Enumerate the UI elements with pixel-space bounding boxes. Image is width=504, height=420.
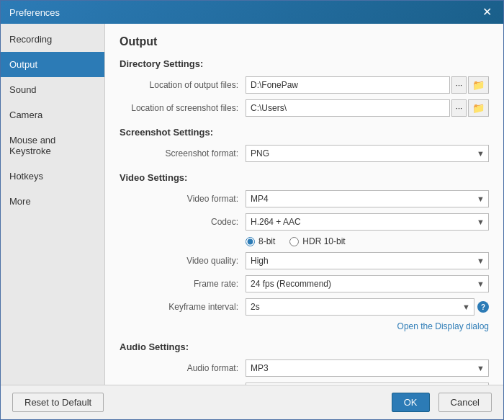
display-dialog-link[interactable]: Open the Display dialog — [397, 321, 489, 331]
screenshot-format-select-wrapper: PNG JPG BMP ▼ — [246, 145, 489, 162]
output-files-folder-button[interactable]: 📁 — [468, 76, 489, 94]
sidebar-item-mouse-keystroke[interactable]: Mouse and Keystroke — [1, 128, 104, 164]
screenshot-format-label: Screenshot format: — [120, 148, 246, 158]
framerate-label: Frame rate: — [120, 279, 246, 289]
title-bar: Preferences ✕ — [1, 1, 503, 24]
bit10-radio[interactable] — [289, 237, 299, 246]
codec-select[interactable]: H.264 + AAC H.265 + AAC — [246, 213, 489, 231]
audio-format-select-wrapper: MP3 AAC FLAC OGG WAV ▼ — [246, 359, 489, 377]
audio-codec-select-wrapper: MP3 AAC ▼ — [246, 383, 489, 385]
video-quality-row: Video quality: High Medium Low ▼ — [120, 252, 489, 269]
audio-codec-select[interactable]: MP3 AAC — [246, 383, 489, 385]
audio-format-row: Audio format: MP3 AAC FLAC OGG WAV ▼ — [120, 359, 489, 377]
page-title: Output — [120, 35, 489, 48]
video-format-select-wrapper: MP4 MOV AVI FLV TS GIF ▼ — [246, 190, 489, 207]
output-files-input[interactable] — [246, 76, 450, 94]
bit8-label: 8-bit — [258, 236, 275, 246]
right-buttons: OK Cancel — [392, 393, 492, 412]
keyframe-select[interactable]: 2s 5s 10s — [246, 298, 474, 316]
sidebar-item-more[interactable]: More — [1, 189, 104, 214]
close-button[interactable]: ✕ — [480, 6, 495, 18]
content-area: Output Directory Settings: Location of o… — [105, 24, 503, 385]
video-settings-title: Video Settings: — [120, 172, 489, 183]
bit-depth-radio-group: 8-bit HDR 10-bit — [246, 236, 489, 246]
output-files-input-group: ··· 📁 — [246, 76, 489, 94]
display-dialog-link-row: Open the Display dialog — [120, 321, 489, 331]
codec-label: Codec: — [120, 217, 246, 227]
bit10-option[interactable]: HDR 10-bit — [289, 236, 345, 246]
dialog-title: Preferences — [9, 7, 60, 18]
sidebar: Recording Output Sound Camera Mouse and … — [1, 24, 105, 385]
cancel-button[interactable]: Cancel — [438, 393, 492, 412]
output-files-label: Location of output files: — [120, 80, 246, 90]
keyframe-help-icon[interactable]: ? — [477, 301, 489, 313]
video-format-row: Video format: MP4 MOV AVI FLV TS GIF ▼ — [120, 190, 489, 207]
bit10-label: HDR 10-bit — [302, 236, 345, 246]
screenshot-files-label: Location of screenshot files: — [120, 103, 246, 113]
directory-settings-title: Directory Settings: — [120, 58, 489, 69]
video-quality-label: Video quality: — [120, 256, 246, 266]
bit8-option[interactable]: 8-bit — [246, 236, 275, 246]
video-format-select[interactable]: MP4 MOV AVI FLV TS GIF — [246, 190, 489, 207]
sidebar-item-sound[interactable]: Sound — [1, 77, 104, 102]
framerate-row: Frame rate: 24 fps (Recommend) 30 fps 60… — [120, 275, 489, 292]
screenshot-files-input-group: ··· 📁 — [246, 99, 489, 117]
keyframe-label: Keyframe interval: — [120, 302, 246, 312]
screenshot-files-folder-button[interactable]: 📁 — [468, 99, 489, 117]
codec-row: Codec: H.264 + AAC H.265 + AAC ▼ — [120, 213, 489, 231]
output-files-ellipsis-button[interactable]: ··· — [451, 76, 467, 94]
screenshot-format-row: Screenshot format: PNG JPG BMP ▼ — [120, 145, 489, 162]
reset-to-default-button[interactable]: Reset to Default — [12, 393, 104, 412]
framerate-select-wrapper: 24 fps (Recommend) 30 fps 60 fps 15 fps … — [246, 275, 489, 292]
screenshot-files-input[interactable] — [246, 99, 450, 117]
bit8-radio[interactable] — [246, 237, 255, 246]
screenshot-files-row: Location of screenshot files: ··· 📁 — [120, 99, 489, 117]
bottom-bar: Reset to Default OK Cancel — [1, 385, 503, 419]
sidebar-item-recording[interactable]: Recording — [1, 27, 104, 52]
audio-format-label: Audio format: — [120, 363, 246, 373]
screenshot-files-ellipsis-button[interactable]: ··· — [451, 99, 467, 117]
preferences-dialog: Preferences ✕ Recording Output Sound Cam… — [0, 0, 504, 420]
video-format-label: Video format: — [120, 194, 246, 204]
sidebar-item-output[interactable]: Output — [1, 52, 104, 77]
screenshot-format-select[interactable]: PNG JPG BMP — [246, 145, 489, 162]
screenshot-settings-title: Screenshot Settings: — [120, 127, 489, 138]
output-files-row: Location of output files: ··· 📁 — [120, 76, 489, 94]
audio-format-select[interactable]: MP3 AAC FLAC OGG WAV — [246, 359, 489, 377]
video-quality-select[interactable]: High Medium Low — [246, 252, 489, 269]
keyframe-select-wrapper: 2s 5s 10s ▼ — [246, 298, 474, 316]
sidebar-item-camera[interactable]: Camera — [1, 102, 104, 128]
codec-select-wrapper: H.264 + AAC H.265 + AAC ▼ — [246, 213, 489, 231]
main-content: Recording Output Sound Camera Mouse and … — [1, 24, 503, 385]
framerate-select[interactable]: 24 fps (Recommend) 30 fps 60 fps 15 fps — [246, 275, 489, 292]
keyframe-row: Keyframe interval: 2s 5s 10s ▼ ? — [120, 298, 489, 316]
video-quality-select-wrapper: High Medium Low ▼ — [246, 252, 489, 269]
ok-button[interactable]: OK — [392, 393, 430, 412]
audio-settings-title: Audio Settings: — [120, 341, 489, 352]
sidebar-item-hotkeys[interactable]: Hotkeys — [1, 164, 104, 189]
